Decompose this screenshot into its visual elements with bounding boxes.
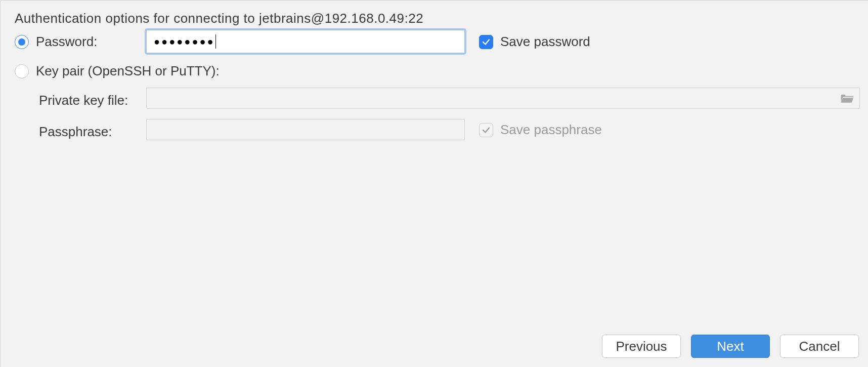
password-label: Password:	[36, 34, 97, 50]
text-caret	[215, 34, 216, 49]
folder-open-icon[interactable]	[840, 92, 854, 104]
previous-button[interactable]: Previous	[602, 335, 681, 358]
cancel-button[interactable]: Cancel	[780, 335, 859, 358]
private-key-file-label: Private key file:	[39, 93, 128, 108]
save-password-row[interactable]: Save password	[479, 34, 590, 50]
passphrase-input[interactable]	[146, 119, 465, 140]
save-password-label: Save password	[500, 34, 590, 50]
radio-password[interactable]	[15, 35, 29, 49]
button-bar: Previous Next Cancel	[602, 335, 859, 358]
next-button[interactable]: Next	[691, 335, 770, 358]
save-passphrase-label: Save passphrase	[500, 122, 602, 138]
password-value-masked: ●●●●●●●●	[154, 36, 215, 48]
auth-method-keypair[interactable]: Key pair (OpenSSH or PuTTY):	[15, 63, 220, 79]
check-icon	[482, 37, 491, 47]
save-password-checkbox[interactable]	[479, 35, 493, 49]
auth-method-password[interactable]: Password:	[15, 34, 97, 50]
password-input[interactable]: ●●●●●●●●	[146, 30, 465, 53]
radio-keypair[interactable]	[15, 64, 29, 78]
save-passphrase-row: Save passphrase	[479, 122, 602, 138]
check-icon	[482, 126, 491, 135]
save-passphrase-checkbox	[479, 123, 493, 137]
dialog-heading: Authentication options for connecting to…	[15, 11, 423, 26]
auth-dialog: Authentication options for connecting to…	[0, 0, 868, 367]
passphrase-label: Passphrase:	[39, 124, 112, 140]
private-key-file-input[interactable]	[146, 88, 860, 109]
keypair-label: Key pair (OpenSSH or PuTTY):	[36, 63, 220, 79]
